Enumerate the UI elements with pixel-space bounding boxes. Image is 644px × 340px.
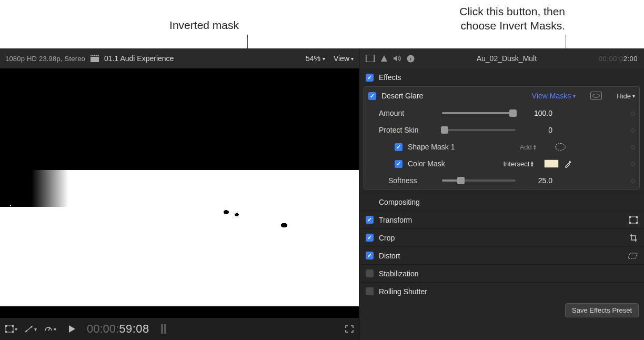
keyframe-icon[interactable]: ◇ [630, 126, 635, 134]
view-menu[interactable]: View▾ [334, 54, 354, 63]
inspector-clip-name: Au_02_Dusk_Mult [477, 54, 537, 63]
compositing-section[interactable]: Compositing [359, 193, 644, 211]
svg-point-13 [31, 326, 33, 328]
param-protect-skin: Protect Skin 0 ◇ [364, 122, 639, 138]
rolling-shutter-section[interactable]: Rolling Shutter [359, 282, 644, 300]
chevron-down-icon: ▾ [632, 93, 635, 99]
rolling-shutter-checkbox[interactable] [366, 287, 374, 295]
crop-section[interactable]: Crop [359, 228, 644, 246]
transform-checkbox[interactable] [366, 216, 374, 224]
hide-menu[interactable]: Hide ▾ [617, 92, 635, 100]
chevron-down-icon: ▾ [34, 326, 37, 332]
keyframe-icon[interactable]: ◇ [630, 177, 635, 184]
svg-point-23 [569, 161, 571, 163]
shape-mask-checkbox[interactable] [395, 143, 402, 151]
chevron-down-icon: ▾ [351, 56, 354, 62]
clapperboard-icon[interactable] [90, 55, 99, 62]
inspector-timecode: 00:00:02:00 [599, 55, 638, 63]
effect-enable-checkbox[interactable] [368, 92, 376, 100]
transform-icon[interactable] [629, 216, 638, 224]
viewer-toolbar: ▾ ▾ ▾ 00:00:59:08 [0, 318, 359, 340]
svg-rect-10 [12, 331, 14, 333]
onscreen-controls-button[interactable] [555, 143, 566, 151]
svg-rect-8 [12, 325, 14, 327]
inverted-mask-shape [0, 207, 359, 306]
color-swatch[interactable] [544, 159, 559, 168]
section-label: Transform [379, 216, 412, 224]
param-label: Protect Skin [379, 126, 437, 134]
generator-tab-icon[interactable] [380, 55, 388, 62]
protect-value[interactable]: 0 [521, 126, 552, 134]
retime-tool-menu[interactable]: ▾ [25, 325, 37, 333]
effect-name: Desert Glare [381, 92, 423, 100]
crop-icon[interactable] [629, 234, 638, 242]
svg-marker-29 [628, 253, 637, 258]
chevron-down-icon: ▾ [323, 56, 325, 62]
svg-rect-26 [636, 216, 638, 218]
view-masks-menu[interactable]: View Masks ▾ [532, 92, 576, 100]
format-spec: 1080p HD 23.98p, Stereo [5, 55, 85, 63]
distort-checkbox[interactable] [366, 252, 374, 259]
svg-rect-6 [6, 326, 13, 332]
audio-meter[interactable] [161, 324, 166, 334]
color-mask-label: Color Mask [408, 159, 445, 168]
callout-invert-masks: Click this button, then choose Invert Ma… [459, 4, 565, 33]
keyframe-icon[interactable]: ◇ [630, 109, 635, 117]
distort-icon[interactable] [628, 252, 638, 259]
eyedropper-icon[interactable] [564, 160, 572, 168]
effects-label: Effects [379, 73, 401, 82]
audio-tab-icon[interactable] [393, 55, 401, 62]
protect-skin-slider[interactable] [442, 129, 516, 131]
inspector-panel: i Au_02_Dusk_Mult 00:00:02:00 Effects De… [359, 48, 644, 340]
amount-value[interactable]: 100.0 [521, 109, 552, 117]
keyframe-icon[interactable]: ◇ [630, 143, 635, 151]
zoom-menu[interactable]: 54%▾ [306, 54, 325, 63]
keyframe-icon[interactable]: ◇ [630, 160, 635, 167]
svg-rect-9 [5, 331, 7, 333]
save-effects-preset-button[interactable]: Save Effects Preset [565, 303, 639, 317]
transform-tool-menu[interactable]: ▾ [5, 325, 17, 333]
transform-section[interactable]: Transform [359, 211, 644, 228]
softness-label: Softness [379, 176, 437, 185]
add-mask-menu[interactable]: Add ▴▾ [520, 143, 536, 151]
section-label: Distort [379, 252, 400, 260]
app-window: 1080p HD 23.98p, Stereo 01.1 Audi Experi… [0, 48, 644, 340]
project-name: 01.1 Audi Experience [104, 54, 174, 63]
info-tab-icon[interactable]: i [407, 55, 415, 63]
stabilization-checkbox[interactable] [366, 269, 374, 277]
stabilization-section[interactable]: Stabilization [359, 264, 644, 282]
timecode-display[interactable]: 00:00:59:08 [87, 322, 149, 336]
crop-checkbox[interactable] [366, 234, 374, 242]
svg-marker-15 [69, 325, 75, 333]
chevron-down-icon: ▾ [15, 326, 17, 332]
callout-inverted-mask: Inverted mask [169, 18, 239, 32]
blend-mode-menu[interactable]: Intersect ▴▾ [503, 160, 534, 168]
clip-appearance-menu[interactable]: ▾ [44, 325, 56, 333]
param-color-mask: Color Mask Intersect ▴▾ ◇ [364, 155, 639, 172]
svg-marker-19 [381, 55, 387, 62]
effects-checkbox[interactable] [366, 74, 374, 82]
viewer-canvas-area [0, 68, 359, 318]
svg-marker-20 [394, 55, 397, 62]
apply-effect-masks-button[interactable] [590, 92, 602, 100]
param-amount: Amount 100.0 ◇ [364, 105, 639, 122]
section-label: Compositing [379, 198, 420, 206]
svg-rect-7 [5, 325, 7, 327]
softness-slider[interactable] [442, 179, 516, 182]
effect-header[interactable]: Desert Glare View Masks ▾ Hide ▾ [364, 87, 639, 105]
svg-rect-27 [629, 222, 631, 224]
color-mask-checkbox[interactable] [395, 160, 402, 168]
play-button[interactable] [69, 325, 75, 333]
section-label: Rolling Shutter [379, 287, 427, 296]
effects-section-header[interactable]: Effects [359, 68, 644, 86]
amount-slider[interactable] [442, 112, 516, 114]
svg-rect-18 [374, 55, 375, 62]
distort-section[interactable]: Distort [359, 246, 644, 264]
video-tab-icon[interactable] [366, 55, 375, 62]
viewer-canvas[interactable] [0, 80, 359, 306]
fullscreen-button[interactable] [345, 325, 354, 333]
viewer-header: 1080p HD 23.98p, Stereo 01.1 Audi Experi… [0, 48, 359, 68]
softness-value[interactable]: 25.0 [521, 176, 552, 185]
svg-rect-28 [636, 222, 638, 224]
chevron-down-icon: ▾ [54, 326, 56, 332]
